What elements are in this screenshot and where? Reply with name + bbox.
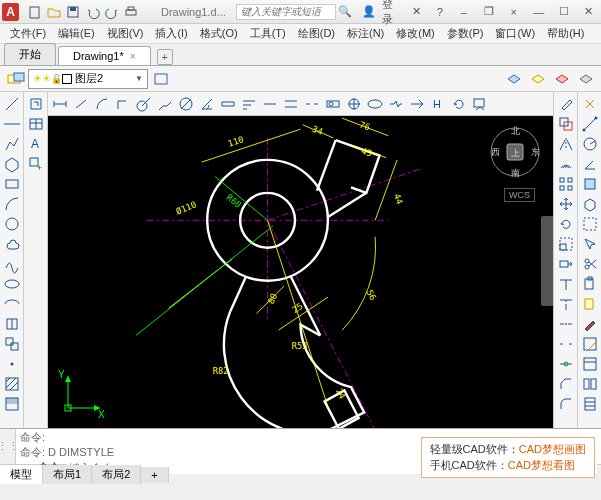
spline-tool-icon[interactable] bbox=[2, 254, 22, 273]
help-search-input[interactable] bbox=[236, 4, 336, 20]
measure-volume-icon[interactable] bbox=[580, 194, 600, 213]
undo-icon[interactable] bbox=[84, 3, 101, 21]
dim-space-icon[interactable] bbox=[281, 94, 301, 113]
mirror-tool-icon[interactable] bbox=[556, 134, 576, 153]
layer-freeze-icon[interactable] bbox=[527, 68, 549, 90]
offset-tool-icon[interactable] bbox=[556, 154, 576, 173]
close-button[interactable]: ✕ bbox=[578, 3, 599, 21]
inner-minimize-button[interactable]: – bbox=[453, 3, 474, 21]
menu-view[interactable]: 视图(V) bbox=[101, 24, 150, 43]
tab-layout2[interactable]: 布局2 bbox=[92, 465, 141, 484]
chamfer-tool-icon[interactable] bbox=[556, 374, 576, 393]
dimstyle-dropdown-icon[interactable] bbox=[470, 94, 490, 113]
block-editor-icon[interactable] bbox=[580, 334, 600, 353]
exchange-icon[interactable]: ✕ bbox=[408, 3, 425, 21]
tab-model[interactable]: 模型 bbox=[0, 465, 43, 484]
dim-break-icon[interactable] bbox=[302, 94, 322, 113]
redo-icon[interactable] bbox=[103, 3, 120, 21]
move-tool-icon[interactable] bbox=[556, 194, 576, 213]
app-icon[interactable]: A bbox=[2, 3, 19, 21]
insert-block-icon[interactable] bbox=[2, 314, 22, 333]
explode-tool-icon[interactable] bbox=[580, 94, 600, 113]
rotate-tool-icon[interactable] bbox=[556, 214, 576, 233]
measure-area-icon[interactable] bbox=[580, 174, 600, 193]
region-tool-icon[interactable] bbox=[26, 94, 46, 113]
ellipse-tool-icon[interactable] bbox=[2, 274, 22, 293]
dim-arc-icon[interactable] bbox=[92, 94, 112, 113]
addselected-icon[interactable]: + bbox=[26, 154, 46, 173]
copy-clip-icon[interactable] bbox=[580, 274, 600, 293]
dim-continue-icon[interactable] bbox=[260, 94, 280, 113]
fillet-tool-icon[interactable] bbox=[556, 394, 576, 413]
tab-close-icon[interactable]: × bbox=[130, 51, 136, 62]
view-compass[interactable]: 北 南 西 东 上 bbox=[487, 124, 543, 180]
dim-aligned-icon[interactable] bbox=[71, 94, 91, 113]
layer-iso-icon[interactable] bbox=[503, 68, 525, 90]
tool-palettes-icon[interactable] bbox=[580, 394, 600, 413]
dim-quick-icon[interactable] bbox=[218, 94, 238, 113]
revcloud-tool-icon[interactable] bbox=[2, 234, 22, 253]
dim-edit-icon[interactable] bbox=[407, 94, 427, 113]
erase-tool-icon[interactable] bbox=[556, 94, 576, 113]
inspect-icon[interactable] bbox=[365, 94, 385, 113]
layer-off-icon[interactable] bbox=[551, 68, 573, 90]
menu-tools[interactable]: 工具(T) bbox=[244, 24, 292, 43]
dim-update-icon[interactable] bbox=[449, 94, 469, 113]
wcs-label[interactable]: WCS bbox=[504, 188, 535, 202]
dim-tedit-icon[interactable]: H bbox=[428, 94, 448, 113]
dim-angular-icon[interactable] bbox=[197, 94, 217, 113]
dim-jogged-icon[interactable] bbox=[155, 94, 175, 113]
join-tool-icon[interactable] bbox=[556, 354, 576, 373]
break-point-icon[interactable] bbox=[556, 314, 576, 333]
inner-close-button[interactable]: × bbox=[503, 3, 524, 21]
center-mark-icon[interactable] bbox=[344, 94, 364, 113]
layer-properties-icon[interactable] bbox=[4, 68, 26, 90]
make-block-icon[interactable] bbox=[2, 334, 22, 353]
measure-radius-icon[interactable] bbox=[580, 134, 600, 153]
mtext-tool-icon[interactable]: A bbox=[26, 134, 46, 153]
layer-dropdown[interactable]: ☀ ☀ 🔓 图层2 ▼ bbox=[28, 69, 148, 89]
properties-icon[interactable] bbox=[580, 354, 600, 373]
quick-select-icon[interactable] bbox=[580, 234, 600, 253]
trim-tool-icon[interactable] bbox=[556, 274, 576, 293]
menu-draw[interactable]: 绘图(D) bbox=[292, 24, 341, 43]
dim-linear-icon[interactable] bbox=[50, 94, 70, 113]
copy-tool-icon[interactable] bbox=[556, 114, 576, 133]
inner-restore-button[interactable]: ❐ bbox=[478, 3, 499, 21]
open-icon[interactable] bbox=[46, 3, 63, 21]
minimize-button[interactable]: — bbox=[528, 3, 549, 21]
polygon-tool-icon[interactable] bbox=[2, 154, 22, 173]
cmd-handle-icon[interactable]: ⋮⋮ bbox=[0, 429, 16, 464]
hatch-tool-icon[interactable] bbox=[2, 374, 22, 393]
dim-ordinate-icon[interactable] bbox=[113, 94, 133, 113]
user-icon[interactable]: 👤 bbox=[360, 3, 377, 21]
menu-help[interactable]: 帮助(H) bbox=[541, 24, 590, 43]
new-icon[interactable] bbox=[26, 3, 43, 21]
menu-file[interactable]: 文件(F) bbox=[4, 24, 52, 43]
select-all-icon[interactable] bbox=[580, 214, 600, 233]
help-icon[interactable]: ? bbox=[431, 3, 448, 21]
login-label[interactable]: 登录 bbox=[382, 0, 403, 27]
dim-diameter-icon[interactable] bbox=[176, 94, 196, 113]
line-tool-icon[interactable] bbox=[2, 94, 22, 113]
ellipse-arc-tool-icon[interactable] bbox=[2, 294, 22, 313]
break-tool-icon[interactable] bbox=[556, 334, 576, 353]
circle-tool-icon[interactable] bbox=[2, 214, 22, 233]
dim-radius-icon[interactable] bbox=[134, 94, 154, 113]
extend-tool-icon[interactable] bbox=[556, 294, 576, 313]
cut-clip-icon[interactable] bbox=[580, 254, 600, 273]
match-prop-icon[interactable] bbox=[580, 314, 600, 333]
tab-layout-add[interactable]: + bbox=[141, 467, 168, 483]
rectangle-tool-icon[interactable] bbox=[2, 174, 22, 193]
menu-format[interactable]: 格式(O) bbox=[194, 24, 244, 43]
measure-dist-icon[interactable] bbox=[580, 114, 600, 133]
point-tool-icon[interactable] bbox=[2, 354, 22, 373]
drawing-canvas[interactable]: 110 34 76 45 44 Ø110 R60 80 25 56 R53 R8… bbox=[48, 116, 553, 428]
tab-drawing1[interactable]: Drawing1*× bbox=[58, 46, 151, 65]
tolerance-icon[interactable] bbox=[323, 94, 343, 113]
tab-add-button[interactable]: + bbox=[157, 49, 173, 65]
polyline-tool-icon[interactable] bbox=[2, 134, 22, 153]
menu-parametric[interactable]: 参数(P) bbox=[441, 24, 490, 43]
search-icon[interactable]: 🔍 bbox=[337, 3, 354, 21]
scale-tool-icon[interactable] bbox=[556, 234, 576, 253]
